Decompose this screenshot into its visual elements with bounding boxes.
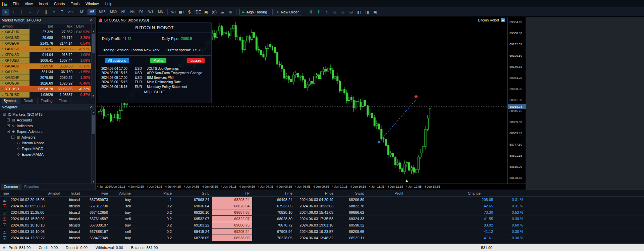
trade-history-row[interactable]: ▼2024.06.03 15:50:02btcusd667614597sell0… xyxy=(0,216,644,222)
zoom-out-icon[interactable]: ⊖ xyxy=(339,9,347,15)
horizontal-line-icon[interactable]: – xyxy=(26,9,34,15)
chart-type-icon[interactable]: ▦▾ xyxy=(178,9,185,15)
text-icon[interactable]: T xyxy=(58,9,66,15)
toolbox-column-tp-7[interactable]: T / P xyxy=(212,190,252,196)
collapse-icon[interactable]: − xyxy=(11,136,14,139)
timeframe-h1[interactable]: H1 xyxy=(119,9,128,15)
expand-icon[interactable]: + xyxy=(7,124,10,127)
trade-history-row[interactable]: ▼2024.06.03 09:50:30btcusd667317730sell0… xyxy=(0,203,644,209)
tree-item-expert-advisors[interactable]: −◆Expert Advisors xyxy=(0,129,95,134)
collapse-icon[interactable]: − xyxy=(7,130,10,133)
trade-history-row[interactable]: ▲2024.06.03 18:10:10btcusd667838197buy0.… xyxy=(0,222,644,229)
screenshot-icon[interactable]: ▣ xyxy=(372,9,379,15)
ide-button[interactable]: IDE xyxy=(194,9,202,15)
vertical-line-icon[interactable]: | xyxy=(18,9,25,15)
market-watch-row[interactable]: ↗XAUUSD2328.912329.06-0.91% xyxy=(0,46,92,52)
zoom-in-icon[interactable]: ⊕ xyxy=(331,9,339,15)
trade-history-row[interactable]: ▲2024.06.04 12:30:22btcusd668477349buy0.… xyxy=(0,235,644,241)
toolbox-column-sl-6[interactable]: S / L xyxy=(174,190,212,196)
market-watch-row[interactable]: ↗XAGEUR27.32927.352-2.93% xyxy=(0,29,92,35)
tile-windows-icon[interactable]: ⊞ xyxy=(347,9,355,15)
market-watch-row[interactable]: ↗XAUEUR2143.762144.14-0.54% xyxy=(0,41,92,46)
cursor-icon[interactable]: ⇖ xyxy=(2,9,9,15)
quotes-icon[interactable]: $ xyxy=(186,9,193,15)
menu-insert[interactable]: Insert xyxy=(36,0,51,7)
market-watch-row[interactable]: ↗XPTUSD1006.411007.44-1.09% xyxy=(0,58,92,63)
close-icon[interactable]: ✕ xyxy=(89,18,94,22)
timeframe-d1[interactable]: D1 xyxy=(137,9,146,15)
timeframe-m30[interactable]: M30 xyxy=(108,9,118,15)
trendline-icon[interactable]: / xyxy=(34,9,42,15)
channel-icon[interactable]: ∥ xyxy=(42,9,50,15)
timeframe-w1[interactable]: W1 xyxy=(146,9,155,15)
menu-window[interactable]: Window xyxy=(83,0,102,7)
toolbox-column-price-9[interactable]: Price xyxy=(295,190,336,196)
tree-item-expertmacd[interactable]: ◇ExpertMACD xyxy=(0,146,95,151)
all-positions-button[interactable]: All positions xyxy=(105,58,129,63)
toolbox-column-price-5[interactable]: Price xyxy=(133,190,174,196)
market-watch-row[interactable]: ↗XAUCHF2079.992080.22-1.20% xyxy=(0,75,92,81)
menu-file[interactable]: File xyxy=(10,0,22,7)
expert-advisor-label[interactable]: Bitcoin Robot ◆ xyxy=(478,18,505,22)
profits-button[interactable]: Profits xyxy=(150,58,166,63)
trade-history-row[interactable]: ▼2024.06.03 19:10:05btcusd667888197sell0… xyxy=(0,229,644,235)
window-left-icon[interactable]: ◧ xyxy=(356,9,363,15)
market-watch-row[interactable]: ↗XAGUSD29.68829.712-3.29% xyxy=(0,35,92,41)
tab-trading[interactable]: Trading xyxy=(38,98,56,104)
zigzag-icon[interactable]: ∿ xyxy=(323,9,331,15)
toolbox-column-swap-10[interactable]: Swap xyxy=(336,190,367,196)
scrollbar-thumb[interactable] xyxy=(92,115,95,134)
market-watch-row[interactable]: ↗XAUJPY361134361160-1.55% xyxy=(0,69,92,75)
tree-item-ic-markets-sc-mt5[interactable]: ▦IC Markets (SC) MT5 xyxy=(0,111,95,117)
scroll-up-icon[interactable]: ▲ xyxy=(92,110,96,114)
lock-icon[interactable]: ▣ xyxy=(203,9,210,15)
toolbox-column-time-8[interactable]: Time xyxy=(252,190,295,196)
new-order-button[interactable]: ＋New Order xyxy=(272,9,302,15)
toolbox-column-type-3[interactable]: Type xyxy=(83,190,111,196)
community-icon[interactable]: ⊕ xyxy=(227,9,234,15)
menu-view[interactable]: View xyxy=(22,0,36,7)
toolbox-column-volume-4[interactable]: Volume xyxy=(111,190,133,196)
tree-item-bitcoin-robot[interactable]: ◇Bitcoin Robot xyxy=(0,140,95,146)
tab-ticks[interactable]: Ticks xyxy=(56,98,70,104)
market-watch-row[interactable]: ↘XPDUSD914.04918.72-1.09% xyxy=(0,52,92,58)
navigator-scrollbar[interactable]: ▲ ▼ xyxy=(91,110,95,184)
scroll-down-icon[interactable]: ▼ xyxy=(92,94,96,98)
close-icon[interactable]: ✕ xyxy=(89,105,94,109)
tree-item-accounts[interactable]: +▤Accounts xyxy=(0,117,95,123)
signal-icon[interactable]: (ο) xyxy=(211,9,218,15)
algo-trading-button[interactable]: ▶Algo Trading xyxy=(239,9,271,15)
market-watch-row[interactable]: ↗XAUAUD3509.503509.88-0.11% xyxy=(0,63,92,69)
toolbox-column-ticket-2[interactable]: Ticket xyxy=(62,190,83,196)
scrollbar-thumb[interactable] xyxy=(92,34,95,53)
window-right-icon[interactable]: ◨ xyxy=(364,9,371,15)
tab-details[interactable]: Details xyxy=(20,98,38,104)
market-watch-row[interactable]: ↗BTCUSD68938.7868953.85-0.22% xyxy=(0,86,92,92)
crosshair-icon[interactable]: + xyxy=(10,9,17,15)
toolbox-column-time-0[interactable]: Time xyxy=(0,190,9,196)
trade-history-row[interactable]: ▲2024.06.03 11:35:00btcusd667412650buy0.… xyxy=(0,209,644,216)
indicators-icon[interactable]: ∿▾ xyxy=(170,9,177,15)
tab-favorites[interactable]: Favorites xyxy=(21,184,42,190)
timeframe-m5[interactable]: M5 xyxy=(88,9,96,15)
tree-item-indicators[interactable]: +∿Indicators xyxy=(0,123,95,129)
timeframe-mn[interactable]: MN xyxy=(156,9,165,15)
market-watch-row[interactable]: ↗XAUGBP1826.691826.92-0.46% xyxy=(0,81,92,86)
menu-help[interactable]: Help xyxy=(102,0,115,7)
menu-tools[interactable]: Tools xyxy=(68,0,83,7)
pause-bars-icon[interactable]: ‖ xyxy=(315,9,323,15)
expand-icon[interactable]: + xyxy=(7,118,10,121)
timeframe-m15[interactable]: M15 xyxy=(97,9,107,15)
cloud-icon[interactable]: ☁ xyxy=(219,9,226,15)
market-watch-scrollbar[interactable]: ▲ ▼ xyxy=(91,29,95,98)
timeframe-h4[interactable]: H4 xyxy=(128,9,137,15)
shapes-icon[interactable]: ↗▾ xyxy=(66,9,74,15)
sort-icon[interactable]: ⇅ xyxy=(307,9,315,15)
toolbox-column-change-12[interactable]: Change xyxy=(406,190,496,196)
trade-history-row[interactable]: ▲2024.06.02 20:45:06btcusd667059973buy16… xyxy=(0,197,644,203)
timeframe-m1[interactable]: M1 xyxy=(78,9,87,15)
scroll-down-icon[interactable]: ▼ xyxy=(92,180,96,184)
toolbox-column-profit-11[interactable]: Profit xyxy=(367,190,406,196)
menu-charts[interactable]: Charts xyxy=(51,0,68,7)
market-watch-row[interactable]: ↘EURUSD1.086291.08637-0.37% xyxy=(0,92,92,98)
